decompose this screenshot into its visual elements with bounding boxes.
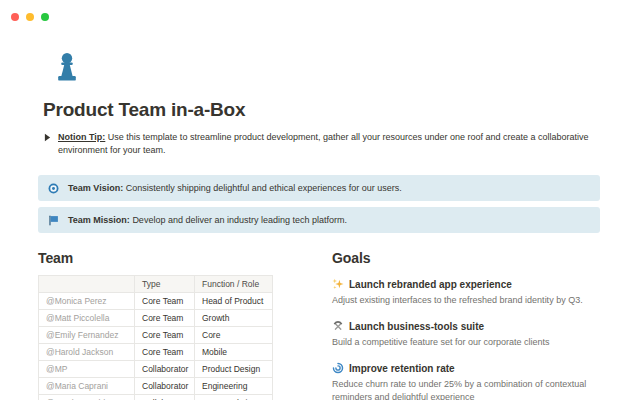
table-row: @Emily Fernandez Core Team Core	[39, 327, 273, 344]
vision-label: Team Vision:	[68, 183, 123, 193]
vision-text: Consistently shipping delightful and eth…	[126, 183, 402, 193]
swirl-icon	[332, 362, 344, 374]
member-type-cell[interactable]: Collaborator	[135, 395, 195, 400]
table-row: @Matt Piccolella Core Team Growth	[39, 310, 273, 327]
notion-page: Product Team in-a-Box Notion Tip: Use th…	[0, 52, 640, 400]
goal-title: Launch rebranded app experience	[349, 279, 512, 290]
goal-title-row: Launch business-tools suite	[332, 320, 602, 332]
member-role-cell[interactable]: Growth	[195, 310, 273, 327]
goal-title-row: Improve retention rate	[332, 362, 602, 374]
goal-title: Improve retention rate	[349, 363, 455, 374]
two-column-section: Team Type Function / Role @Monica Perez …	[38, 250, 600, 400]
member-name-cell[interactable]: @MP	[39, 361, 135, 378]
page-title: Product Team in-a-Box	[43, 99, 600, 121]
member-type-cell[interactable]: Collaborator	[135, 361, 195, 378]
close-window-button[interactable]	[11, 13, 19, 21]
table-row: @MP Collaborator Product Design	[39, 361, 273, 378]
member-type-cell[interactable]: Core Team	[135, 293, 195, 310]
goal-title: Launch business-tools suite	[349, 321, 484, 332]
table-row: @Esteban Balderas Collaborator Data Anal…	[39, 395, 273, 400]
goal-item: Improve retention rate Reduce churn rate…	[332, 362, 602, 400]
mission-text-block: Team Mission: Develop and deliver an ind…	[68, 214, 347, 226]
member-name-cell[interactable]: @Esteban Balderas	[39, 395, 135, 400]
zoom-window-button[interactable]	[41, 13, 49, 21]
member-name-cell[interactable]: @Maria Caprani	[39, 378, 135, 395]
goal-title-row: Launch rebranded app experience	[332, 278, 602, 290]
member-name-cell[interactable]: @Matt Piccolella	[39, 310, 135, 327]
minimize-window-button[interactable]	[26, 13, 34, 21]
table-row: @Monica Perez Core Team Head of Product	[39, 293, 273, 310]
toggle-triangle-icon[interactable]	[44, 133, 51, 146]
window-controls	[11, 13, 49, 21]
member-type-cell[interactable]: Core Team	[135, 344, 195, 361]
table-row: @Maria Caprani Collaborator Engineering	[39, 378, 273, 395]
header-cell-function-role[interactable]: Function / Role	[195, 276, 273, 293]
team-heading: Team	[38, 250, 272, 266]
member-role-cell[interactable]: Core	[195, 327, 273, 344]
member-type-cell[interactable]: Core Team	[135, 310, 195, 327]
goal-description: Adjust existing interfaces to the refres…	[332, 294, 602, 307]
member-role-cell[interactable]: Engineering	[195, 378, 273, 395]
member-type-cell[interactable]: Collaborator	[135, 378, 195, 395]
member-role-cell[interactable]: Head of Product	[195, 293, 273, 310]
compass-icon	[48, 183, 59, 194]
header-cell-blank[interactable]	[39, 276, 135, 293]
tip-text: Use this template to streamline product …	[58, 132, 589, 155]
header-cell-type[interactable]: Type	[135, 276, 195, 293]
hammer-and-pick-icon	[332, 320, 344, 332]
team-mission-callout: Team Mission: Develop and deliver an ind…	[38, 207, 600, 233]
member-role-cell[interactable]: Mobile	[195, 344, 273, 361]
table-row: @Harold Jackson Core Team Mobile	[39, 344, 273, 361]
tip-label: Notion Tip:	[58, 132, 105, 142]
vision-text-block: Team Vision: Consistently shipping delig…	[68, 182, 402, 194]
notion-tip-toggle-block[interactable]: Notion Tip: Use this template to streaml…	[44, 131, 600, 157]
member-name-cell[interactable]: @Emily Fernandez	[39, 327, 135, 344]
flag-icon	[48, 215, 59, 226]
team-section: Team Type Function / Role @Monica Perez …	[38, 250, 272, 400]
team-table: Type Function / Role @Monica Perez Core …	[38, 275, 273, 400]
member-role-cell[interactable]: Data Analytics	[195, 395, 273, 400]
goals-heading: Goals	[332, 250, 602, 266]
mission-text: Develop and deliver an industry leading …	[132, 215, 347, 225]
sparkles-icon	[332, 278, 344, 290]
table-header-row: Type Function / Role	[39, 276, 273, 293]
goal-description: Build a competitive feature set for our …	[332, 336, 602, 349]
pawn-icon[interactable]	[54, 52, 80, 84]
goal-description: Reduce churn rate to under 25% by a comb…	[332, 378, 602, 400]
goal-item: Launch rebranded app experience Adjust e…	[332, 278, 602, 307]
tip-text-block: Notion Tip: Use this template to streaml…	[58, 131, 600, 157]
member-role-cell[interactable]: Product Design	[195, 361, 273, 378]
goals-section: Goals Launch rebranded app experience Ad…	[332, 250, 602, 400]
team-vision-callout: Team Vision: Consistently shipping delig…	[38, 175, 600, 201]
member-name-cell[interactable]: @Harold Jackson	[39, 344, 135, 361]
mission-label: Team Mission:	[68, 215, 130, 225]
member-name-cell[interactable]: @Monica Perez	[39, 293, 135, 310]
member-type-cell[interactable]: Core Team	[135, 327, 195, 344]
goal-item: Launch business-tools suite Build a comp…	[332, 320, 602, 349]
